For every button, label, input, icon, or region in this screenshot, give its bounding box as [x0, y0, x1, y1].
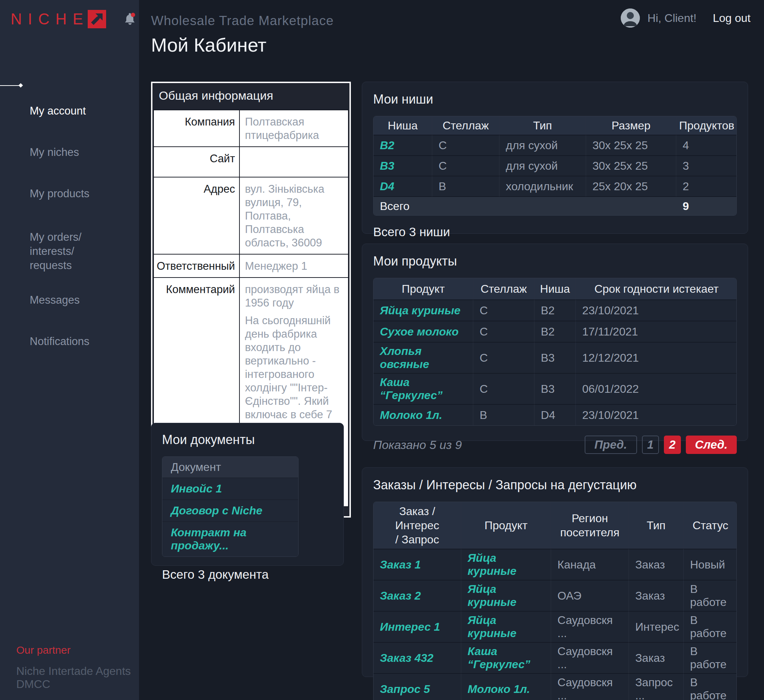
column-header: Ниша: [374, 116, 432, 135]
company-value: Полтавская птицефабрика: [240, 110, 348, 147]
niche-cell: D4: [534, 404, 576, 425]
products-shown-count: Показано 5 из 9: [373, 438, 462, 452]
product-link-cell[interactable]: Молоко 1л.: [461, 673, 551, 700]
product-link-cell[interactable]: Яйца куриные: [461, 549, 551, 580]
greeting-text: Hi, Client!: [648, 12, 697, 25]
partner-name: Niche Intertade Agents DMCC: [16, 665, 139, 691]
order-link-cell[interactable]: Заказ 432: [374, 642, 461, 673]
notification-dot: [131, 13, 135, 17]
niche-logo[interactable]: NICHE: [11, 9, 106, 29]
products-table: Продукт Стеллаж Ниша Срок годности истек…: [373, 278, 737, 426]
region-cell: ОАЭ: [551, 580, 629, 611]
document-link[interactable]: Контракт на продажу...: [162, 522, 298, 556]
page-title: Мой Кабинет: [151, 34, 266, 56]
table-row: Сайт: [153, 147, 348, 177]
rack-cell: C: [473, 373, 534, 404]
sidebar-item-my-account[interactable]: My account: [0, 79, 139, 117]
app-title: Wholesale Trade Marketplace: [151, 13, 333, 28]
rack-cell: C: [473, 321, 534, 342]
type-cell: для сухой: [499, 135, 586, 155]
orders-table: Заказ / Интерес / Запрос Продукт Регион …: [373, 502, 737, 700]
field-label: Компания: [153, 110, 240, 147]
type-cell: Заказ: [629, 580, 683, 611]
active-item-marker: [0, 85, 20, 86]
product-link-cell[interactable]: Молоко 1л.: [374, 404, 473, 425]
sidebar: NICHE My account My niches My products M…: [0, 0, 139, 700]
sidebar-item-label: My products: [30, 188, 89, 200]
niche-cell: B2: [534, 300, 576, 321]
next-page-button[interactable]: След.: [686, 436, 737, 454]
page-1-button[interactable]: 1: [642, 436, 659, 454]
column-header: Размер: [586, 116, 676, 135]
niches-table: Ниша Стеллаж Тип Размер Продуктов B2 C д…: [373, 116, 737, 216]
total-products-cell: 9: [676, 196, 737, 215]
sidebar-item-my-orders-interests-requests[interactable]: My orders/ interests/ requests: [0, 216, 139, 273]
rack-cell: B: [432, 176, 499, 196]
status-cell: В работе: [683, 611, 737, 642]
document-link[interactable]: Инвойс 1: [162, 478, 298, 500]
expiry-cell: 06/01/2022: [576, 373, 737, 404]
product-link-cell[interactable]: Хлопья овсяные: [374, 342, 473, 373]
documents-table: Документ Инвойс 1 Договор с Niche Контра…: [162, 456, 299, 557]
sidebar-item-label: My orders/ interests/ requests: [30, 231, 81, 272]
my-niches-card: Мои ниши Ниша Стеллаж Тип Размер Продукт…: [362, 82, 748, 234]
table-row: Ответственный Менеджер 1: [153, 254, 348, 278]
column-header: Тип: [629, 502, 683, 549]
my-niches-title: Мои ниши: [373, 92, 737, 107]
niche-link-cell[interactable]: B3: [374, 155, 432, 176]
products-count-cell: 2: [676, 176, 737, 196]
size-cell: 30x 25x 25: [586, 135, 676, 155]
product-link-cell[interactable]: Каша “Геркулес”: [461, 642, 551, 673]
address-value: вул. Зіньківська вулиця, 79, Полтава, По…: [240, 177, 348, 254]
total-empty-cell: [432, 196, 499, 215]
sidebar-item-messages[interactable]: Messages: [0, 281, 139, 306]
my-products-card: Мои продукты Продукт Стеллаж Ниша Срок г…: [362, 244, 748, 441]
expiry-cell: 23/10/2021: [576, 404, 737, 425]
orders-title: Заказы / Интересы / Запросы на дегустаци…: [373, 478, 737, 492]
niche-link-cell[interactable]: D4: [374, 176, 432, 196]
user-box: Hi, Client! Log out: [621, 8, 751, 28]
partner-label[interactable]: Our partner: [16, 644, 70, 656]
sidebar-item-label: Messages: [30, 294, 80, 306]
type-cell: для сухой: [499, 155, 586, 176]
rack-cell: B: [473, 404, 534, 425]
products-footer: Показано 5 из 9 Пред. 1 2 След.: [373, 436, 737, 454]
niche-link-cell[interactable]: B2: [374, 135, 432, 155]
expiry-cell: 12/12/2021: [576, 342, 737, 373]
type-cell: Заказ: [629, 642, 683, 673]
field-label: Адрес: [153, 177, 240, 254]
products-pagination: Пред. 1 2 След.: [585, 436, 737, 454]
document-link[interactable]: Договор с Niche: [162, 500, 298, 522]
region-cell: Саудовскя ...: [551, 611, 629, 642]
order-link-cell[interactable]: Запрос 5: [374, 673, 461, 700]
niche-cell: B3: [534, 342, 576, 373]
product-link-cell[interactable]: Яйца куриные: [374, 300, 473, 321]
order-link-cell[interactable]: Заказ 1: [374, 549, 461, 580]
avatar[interactable]: [621, 8, 640, 28]
total-empty-cell: [586, 196, 676, 215]
order-link-cell[interactable]: Интерес 1: [374, 611, 461, 642]
field-label: Сайт: [153, 147, 240, 177]
orders-interests-requests-card: Заказы / Интересы / Запросы на дегустаци…: [362, 467, 748, 677]
product-link-cell[interactable]: Яйца куриные: [461, 580, 551, 611]
product-link-cell[interactable]: Сухое молоко: [374, 321, 473, 342]
order-link-cell[interactable]: Заказ 2: [374, 580, 461, 611]
field-label: Ответственный: [153, 254, 240, 278]
notifications-bell-icon[interactable]: [122, 12, 136, 28]
sidebar-item-notifications[interactable]: Notifications: [0, 322, 139, 348]
page-2-button-active[interactable]: 2: [664, 436, 681, 454]
sidebar-item-my-products[interactable]: My products: [0, 175, 139, 200]
column-header: Статус: [683, 502, 737, 549]
prev-page-button[interactable]: Пред.: [585, 436, 637, 454]
table-row: Адрес вул. Зіньківська вулиця, 79, Полта…: [153, 177, 348, 254]
table-row: Компания Полтавская птицефабрика: [153, 110, 348, 147]
products-count-cell: 4: [676, 135, 737, 155]
expiry-cell: 23/10/2021: [576, 300, 737, 321]
product-link-cell[interactable]: Яйца куриные: [461, 611, 551, 642]
status-cell: В работе: [683, 642, 737, 673]
logout-button[interactable]: Log out: [713, 12, 751, 25]
product-link-cell[interactable]: Каша “Геркулес”: [374, 373, 473, 404]
comment-paragraph: производят яйца в 1956 году: [245, 283, 344, 310]
expiry-cell: 17/11/2021: [576, 321, 737, 342]
sidebar-item-my-niches[interactable]: My niches: [0, 133, 139, 159]
